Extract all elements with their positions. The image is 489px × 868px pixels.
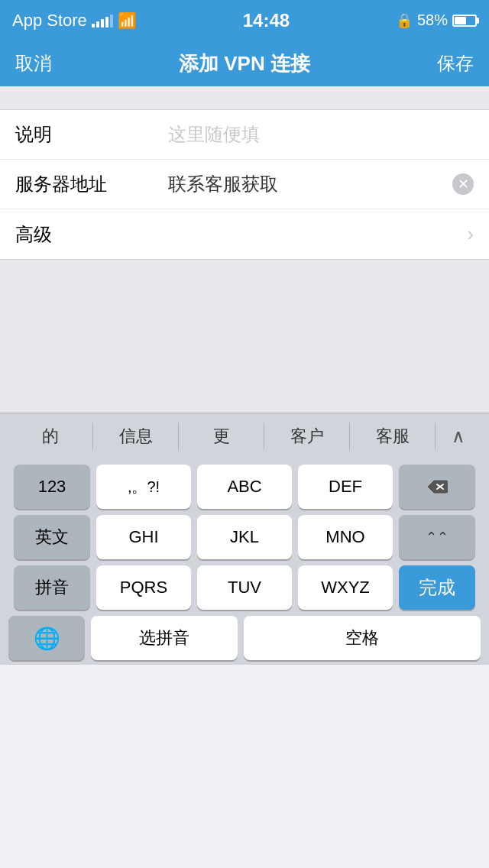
status-right: 🔒 58%: [396, 11, 477, 29]
keyboard-rows: 123 ,。?! ABC DEF 英文 GHI JKL MNO ⌃⌃: [0, 458, 489, 665]
key-mno[interactable]: MNO: [298, 515, 393, 559]
key-pqrs[interactable]: PQRS: [96, 565, 191, 610]
advanced-label: 高级: [15, 222, 168, 247]
key-select-pinyin[interactable]: 选拼音: [91, 616, 238, 660]
predictive-word-2[interactable]: 信息: [93, 419, 178, 454]
key-wxyz[interactable]: WXYZ: [298, 565, 393, 610]
description-input[interactable]: [168, 124, 474, 145]
clear-button[interactable]: ✕: [452, 173, 474, 195]
predictive-word-4[interactable]: 客户: [264, 419, 349, 454]
form-below-area: [0, 260, 489, 413]
cancel-button[interactable]: 取消: [15, 51, 52, 76]
status-bar: App Store 📶 14:48 🔒 58%: [0, 0, 489, 40]
svg-text:⌃⌃: ⌃⌃: [426, 530, 449, 545]
keyboard-area: 的 信息 更 客户 客服 ∧ 123 ,。?! ABC DEF: [0, 413, 489, 665]
server-input[interactable]: [168, 173, 452, 195]
done-key[interactable]: 完成: [399, 565, 475, 610]
key-def[interactable]: DEF: [298, 465, 393, 509]
key-123[interactable]: 123: [14, 465, 90, 509]
predictive-word-5[interactable]: 客服: [350, 419, 435, 454]
key-caps[interactable]: ⌃⌃: [399, 515, 475, 559]
status-left: App Store 📶: [12, 11, 137, 31]
battery-icon: [452, 15, 477, 27]
server-label: 服务器地址: [15, 172, 168, 196]
key-abc[interactable]: ABC: [197, 465, 292, 509]
time-label: 14:48: [243, 10, 290, 31]
key-pinyin[interactable]: 拼音: [14, 565, 90, 610]
key-globe[interactable]: 🌐: [8, 616, 85, 660]
description-row: 说明: [0, 110, 489, 160]
wifi-icon: 📶: [118, 11, 137, 30]
predictive-bar: 的 信息 更 客户 客服 ∧: [0, 413, 489, 458]
nav-title: 添加 VPN 连接: [179, 50, 310, 77]
form-spacer: [0, 86, 489, 109]
key-jkl[interactable]: JKL: [197, 515, 292, 559]
key-row-3: 拼音 PQRS TUV WXYZ 完成: [5, 565, 484, 610]
save-button[interactable]: 保存: [437, 51, 474, 76]
key-tuv[interactable]: TUV: [197, 565, 292, 610]
advanced-row[interactable]: 高级 ›: [0, 209, 489, 259]
predictive-expand-button[interactable]: ∧: [436, 413, 481, 459]
nav-bar: 取消 添加 VPN 连接 保存: [0, 40, 489, 86]
form-section: 说明 服务器地址 ✕ 高级 ›: [0, 109, 489, 260]
lock-icon: 🔒: [396, 12, 413, 29]
key-row-1: 123 ,。?! ABC DEF: [5, 465, 484, 509]
key-punctuation[interactable]: ,。?!: [96, 465, 191, 509]
space-key[interactable]: 空格: [244, 616, 481, 660]
key-ghi[interactable]: GHI: [96, 515, 191, 559]
key-english[interactable]: 英文: [14, 515, 90, 559]
carrier-label: App Store: [12, 11, 87, 31]
server-row: 服务器地址 ✕: [0, 160, 489, 209]
delete-key[interactable]: [399, 465, 475, 509]
chevron-right-icon: ›: [467, 222, 474, 246]
signal-icon: [92, 14, 113, 28]
battery-percent: 58%: [417, 11, 448, 29]
predictive-word-1[interactable]: 的: [8, 419, 92, 454]
description-label: 说明: [15, 122, 168, 147]
key-row-2: 英文 GHI JKL MNO ⌃⌃: [5, 515, 484, 559]
key-row-4: 🌐 选拼音 空格: [5, 616, 484, 660]
predictive-word-3[interactable]: 更: [179, 419, 264, 454]
